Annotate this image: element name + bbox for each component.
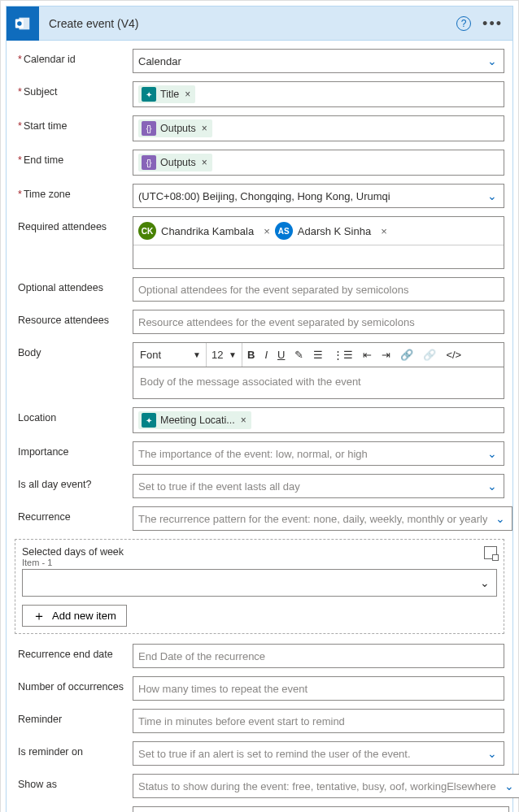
remove-token-icon[interactable]: ×	[239, 415, 248, 426]
selected-days-group: Selected days of week Item - 1 ⌄ ＋ Add n…	[15, 539, 504, 634]
optional-attendees-input[interactable]: Optional attendees for the event separat…	[133, 277, 504, 302]
calendar-id-value: Calendar	[138, 55, 181, 67]
indent-button[interactable]: ⇥	[377, 343, 395, 367]
avatar: AS	[275, 222, 293, 240]
required-attendees-input[interactable]: CK Chandrika Kambala × AS Adarsh K Sinha…	[133, 216, 504, 269]
response-requested-dropdown[interactable]: Set to true if the sender would like a r…	[133, 806, 509, 812]
rich-text-toolbar: Font▼ 12▼ B I U ✎ ☰ ⋮☰ ⇤ ⇥ 🔗 🔗 </>	[133, 342, 504, 367]
svg-point-2	[17, 21, 22, 26]
show-as-dropdown[interactable]: Status to show during the event: free, t…	[133, 774, 519, 798]
chevron-down-icon: ⌄	[487, 54, 497, 67]
attendee-pill[interactable]: AS Adarsh K Sinha ×	[275, 222, 392, 240]
num-occurrences-input[interactable]: How many times to repeat the event	[133, 676, 504, 701]
is-all-day-dropdown[interactable]: Set to true if the event lasts all day ⌄	[133, 474, 504, 498]
label-end-time: End time	[15, 150, 133, 166]
add-new-item-button[interactable]: ＋ Add new item	[22, 605, 127, 627]
label-subject: Subject	[15, 81, 133, 98]
font-dropdown[interactable]: Font▼	[135, 343, 207, 367]
switch-mode-icon[interactable]	[484, 546, 497, 559]
chevron-down-icon: ⌄	[495, 512, 505, 525]
outlook-icon	[7, 7, 39, 41]
selected-days-dropdown[interactable]: ⌄	[22, 569, 497, 597]
time-zone-value: (UTC+08:00) Beijing, Chongqing, Hong Kon…	[138, 190, 390, 202]
resource-attendees-input[interactable]: Resource attendees for the event separat…	[133, 310, 504, 334]
numbered-list-button[interactable]: ⋮☰	[328, 343, 358, 367]
remove-attendee-icon[interactable]: ×	[376, 225, 392, 237]
label-required-attendees: Required attendees	[15, 216, 133, 232]
label-show-as: Show as	[15, 774, 133, 790]
selected-days-item-label: Item - 1	[22, 558, 124, 567]
bold-button[interactable]: B	[242, 343, 260, 367]
subject-input[interactable]: ✦ Title ×	[133, 81, 504, 107]
unlink-button[interactable]: 🔗	[418, 343, 441, 367]
calendar-id-dropdown[interactable]: Calendar ⌄	[133, 49, 504, 73]
bullet-list-button[interactable]: ☰	[308, 343, 328, 367]
label-optional-attendees: Optional attendees	[15, 277, 133, 293]
label-resource-attendees: Resource attendees	[15, 310, 133, 326]
remove-token-icon[interactable]: ×	[200, 123, 209, 134]
recurrence-end-input[interactable]: End Date of the recurrence	[133, 644, 504, 668]
subject-token[interactable]: ✦ Title ×	[138, 85, 195, 103]
label-calendar-id: Calendar id	[15, 49, 133, 65]
is-reminder-on-dropdown[interactable]: Set to true if an alert is set to remind…	[133, 741, 504, 766]
label-is-reminder-on: Is reminder on	[15, 741, 133, 758]
header-title: Create event (V4)	[39, 17, 456, 30]
label-time-zone: Time zone	[15, 184, 133, 200]
link-button[interactable]: 🔗	[395, 343, 418, 367]
start-time-input[interactable]: {} Outputs ×	[133, 115, 504, 141]
end-time-token[interactable]: {} Outputs ×	[138, 154, 212, 172]
chevron-down-icon: ⌄	[487, 447, 497, 460]
chevron-down-icon: ⌄	[487, 189, 497, 202]
label-recurrence-end: Recurrence end date	[15, 644, 133, 660]
attendee-pill[interactable]: CK Chandrika Kambala ×	[138, 222, 275, 240]
start-time-token[interactable]: {} Outputs ×	[138, 119, 212, 137]
chevron-down-icon: ⌄	[504, 779, 514, 792]
body-editor[interactable]: Body of the message associated with the …	[133, 367, 504, 399]
time-zone-dropdown[interactable]: (UTC+08:00) Beijing, Chongqing, Hong Kon…	[133, 184, 504, 208]
dynamic-content-icon: ✦	[142, 87, 156, 102]
italic-button[interactable]: I	[260, 343, 273, 367]
label-is-all-day: Is all day event?	[15, 474, 133, 490]
label-importance: Importance	[15, 441, 133, 458]
label-num-occurrences: Number of occurrences	[15, 676, 133, 693]
label-recurrence: Recurrence	[15, 506, 133, 523]
label-response-requested: Response requested	[15, 806, 133, 812]
label-location: Location	[15, 407, 133, 423]
label-reminder: Reminder	[15, 709, 133, 725]
chevron-down-icon: ⌄	[487, 747, 497, 760]
importance-dropdown[interactable]: The importance of the event: low, normal…	[133, 441, 504, 466]
code-view-button[interactable]: </>	[441, 343, 466, 367]
dynamic-content-icon: {}	[142, 155, 156, 170]
label-body: Body	[15, 342, 133, 358]
underline-button[interactable]: U	[273, 343, 290, 367]
font-size-dropdown[interactable]: 12▼	[207, 343, 242, 367]
outdent-button[interactable]: ⇤	[358, 343, 377, 367]
reminder-input[interactable]: Time in minutes before event start to re…	[133, 709, 504, 733]
chevron-down-icon: ⌄	[487, 480, 497, 493]
caret-down-icon: ▼	[229, 350, 237, 359]
remove-token-icon[interactable]: ×	[200, 157, 209, 168]
dynamic-content-icon: ✦	[142, 413, 156, 428]
highlight-button[interactable]: ✎	[290, 343, 308, 367]
location-token[interactable]: ✦ Meeting Locati... ×	[138, 411, 251, 429]
location-input[interactable]: ✦ Meeting Locati... ×	[133, 407, 504, 433]
label-selected-days: Selected days of week	[22, 546, 124, 558]
avatar: CK	[138, 222, 156, 240]
chevron-down-icon: ⌄	[480, 576, 490, 589]
help-icon[interactable]: ?	[456, 16, 471, 31]
end-time-input[interactable]: {} Outputs ×	[133, 150, 504, 176]
card-header: Create event (V4) ? •••	[7, 7, 512, 41]
remove-token-icon[interactable]: ×	[183, 89, 192, 100]
caret-down-icon: ▼	[193, 350, 201, 359]
remove-attendee-icon[interactable]: ×	[259, 225, 275, 237]
dynamic-content-icon: {}	[142, 121, 156, 136]
recurrence-dropdown[interactable]: The recurrence pattern for the event: no…	[133, 506, 512, 531]
label-start-time: Start time	[15, 115, 133, 132]
